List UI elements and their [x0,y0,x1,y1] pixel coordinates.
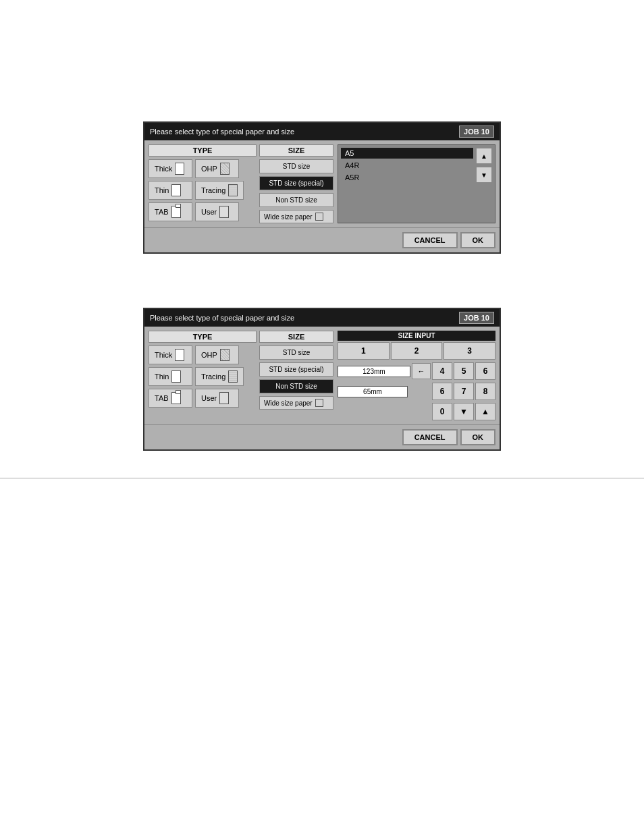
dialog-1-left: TYPE SIZE Thick OHP [149,144,333,223]
tab-button-2[interactable]: TAB [149,389,192,408]
size-column-1: STD size STD size (special) Non STD size… [259,159,333,223]
numpad-grid: 1 2 3 [338,342,495,360]
numpad-6b[interactable]: 6 [432,383,452,400]
size-item-a5r[interactable]: A5R [341,172,473,183]
dialog-1-body: TYPE SIZE Thick OHP [144,140,500,227]
type-row-thin-2: Thin Tracing [149,367,257,386]
numpad-3[interactable]: 3 [444,342,495,360]
std-size-special-btn-2[interactable]: STD size (special) [259,362,333,377]
type-header-1: TYPE [149,144,257,157]
numpad-6[interactable]: 6 [475,362,495,380]
numpad-1[interactable]: 1 [338,342,390,360]
cancel-button-2[interactable]: CANCEL [402,429,458,445]
tab-button-1[interactable]: TAB [149,202,192,221]
thick-button-1[interactable]: Thick [149,159,192,178]
type-row-thick: Thick OHP [149,159,257,178]
tracing-button-2[interactable]: Tracing [195,367,244,386]
numpad-2[interactable]: 2 [391,342,443,360]
thick-label-2: Thick [155,351,172,359]
type-header-2: TYPE [149,331,257,343]
dialog-2-title: Please select type of special paper and … [150,314,294,322]
scroll-up-1[interactable]: ▲ [476,148,492,164]
tracing-icon-2 [228,370,238,383]
type-row-tab-2: TAB User [149,389,257,408]
tracing-button-1[interactable]: Tracing [195,181,244,200]
thick-icon-2 [175,349,184,361]
non-std-size-btn-2[interactable]: Non STD size [259,379,333,393]
numpad-8[interactable]: 8 [475,383,495,400]
wide-size-label-2: Wide size paper [264,399,313,407]
tab-icon-2 [171,392,181,404]
numpad-7[interactable]: 7 [454,383,474,400]
columns-area-2: Thick OHP Thin [149,345,333,410]
wide-size-checkbox-2[interactable] [315,399,323,407]
size-input-header: SIZE INPUT [338,331,495,341]
dialog-1-job-badge: JOB 10 [459,126,494,138]
tab-label-1: TAB [155,208,169,216]
tracing-icon-1 [228,184,238,196]
user-button-1[interactable]: User [195,202,239,221]
thick-button-2[interactable]: Thick [149,345,192,364]
column-headers-2: TYPE SIZE [149,331,333,343]
numpad-area: SIZE INPUT 1 2 3 123mm ← 4 5 6 [338,331,495,420]
scroll-down-1[interactable]: ▼ [476,167,492,183]
user-button-2[interactable]: User [195,389,239,408]
user-icon-2 [219,392,229,404]
std-size-btn-2[interactable]: STD size [259,345,333,360]
numpad-up[interactable]: ▲ [475,403,495,420]
numpad-down[interactable]: ▼ [454,403,474,420]
size-item-a5[interactable]: A5 [341,148,473,159]
tracing-label-2: Tracing [201,372,225,381]
type-row-tab: TAB User [149,202,257,221]
dialog-1-footer: CANCEL OK [144,227,500,252]
ohp-icon-2 [220,349,230,361]
size-column-2: STD size STD size (special) Non STD size… [259,345,333,410]
size-header-1: SIZE [259,144,333,157]
thin-button-1[interactable]: Thin [149,181,192,200]
dialog-2-right: SIZE INPUT 1 2 3 123mm ← 4 5 6 [338,331,495,420]
dialog-1-title: Please select type of special paper and … [150,128,294,136]
type-column-2: Thick OHP Thin [149,345,257,410]
wide-size-label-1: Wide size paper [264,213,313,221]
wide-size-btn-2[interactable]: Wide size paper [259,396,333,410]
size-header-2: SIZE [259,331,333,343]
ok-button-2[interactable]: OK [460,429,496,445]
std-size-special-btn-1[interactable]: STD size (special) [259,176,333,190]
non-std-size-btn-1[interactable]: Non STD size [259,193,333,207]
dialog-2: Please select type of special paper and … [143,308,501,451]
scroll-buttons-1: ▲ ▼ [476,148,492,220]
thin-button-2[interactable]: Thin [149,367,192,386]
bottom-rule [0,478,644,478]
tab-icon-1 [171,206,181,218]
user-label-1: User [201,208,217,216]
column-headers-1: TYPE SIZE [149,144,333,157]
dialog-2-footer: CANCEL OK [144,424,500,449]
cancel-button-1[interactable]: CANCEL [402,232,458,248]
columns-area-1: Thick OHP Thin [149,159,333,223]
numpad-5[interactable]: 5 [454,362,474,380]
ok-button-1[interactable]: OK [460,232,496,248]
dialog-1-header: Please select type of special paper and … [144,123,500,140]
wide-size-checkbox-1[interactable] [315,213,323,221]
numpad-4[interactable]: 4 [432,362,452,380]
user-icon-1 [219,206,229,218]
ohp-button-1[interactable]: OHP [195,159,239,178]
std-size-btn-1[interactable]: STD size [259,159,333,173]
ohp-label-2: OHP [201,351,217,359]
thin-label-1: Thin [155,186,169,194]
size-list-1: A5 A4R A5R [341,148,473,220]
user-label-2: User [201,394,217,402]
dialog-2-body: TYPE SIZE Thick OHP [144,327,500,424]
wide-size-btn-1[interactable]: Wide size paper [259,210,333,223]
dialog-2-left: TYPE SIZE Thick OHP [149,331,333,420]
thick-label-1: Thick [155,165,172,173]
size-item-a4r[interactable]: A4R [341,160,473,171]
tracing-label-1: Tracing [201,186,225,194]
tab-label-2: TAB [155,394,169,402]
ohp-button-2[interactable]: OHP [195,345,239,364]
numpad-0[interactable]: 0 [432,403,452,420]
dialog-1: Please select type of special paper and … [143,121,501,254]
backspace-btn[interactable]: ← [412,363,431,379]
type-column-1: Thick OHP Thin [149,159,257,223]
size-list-area-1: A5 A4R A5R ▲ ▼ [338,144,495,223]
